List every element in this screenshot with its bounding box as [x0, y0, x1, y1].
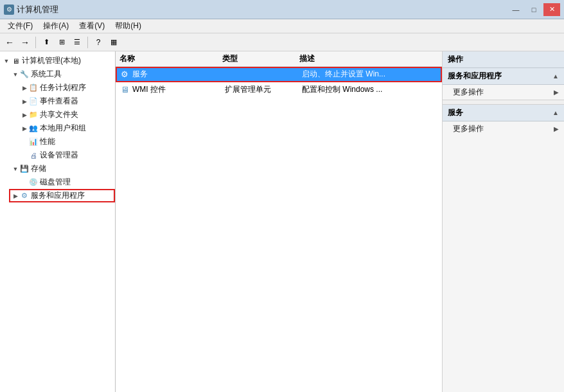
services-apps-icon: ⚙ [19, 191, 30, 201]
storage-icon: 💾 [19, 164, 30, 174]
tree-disk-management-label: 磁盘管理 [40, 177, 71, 188]
computer-icon: 🖥 [10, 56, 21, 66]
tree-shared-folders-label: 共享文件夹 [40, 109, 78, 120]
tree-local-users-label: 本地用户和组 [40, 123, 86, 134]
tree-performance[interactable]: 📊 性能 [18, 135, 115, 148]
local-users-icon: 👥 [28, 123, 39, 134]
row-wmi-name: WMI 控件 [132, 84, 225, 95]
performance-icon: 📊 [28, 137, 39, 147]
expand-event-viewer[interactable]: ▶ [21, 96, 28, 107]
section-services-label: 服务 [448, 107, 463, 118]
title-bar-left: ⚙ 计算机管理 [4, 4, 58, 15]
content-panel: 名称 类型 描述 ⚙ 服务 启动、终止并设置 Win... 🖥 WMI 控件 扩… [116, 51, 442, 392]
services-more-actions[interactable]: 更多操作 ▶ [443, 121, 564, 136]
device-manager-icon: 🖨 [28, 150, 39, 161]
window-title: 计算机管理 [17, 4, 58, 15]
tree-system-tools-label: 系统工具 [31, 69, 62, 80]
expand-shared-folders[interactable]: ▶ [21, 110, 28, 120]
tree-local-users[interactable]: ▶ 👥 本地用户和组 [18, 121, 115, 135]
tree-device-manager-label: 设备管理器 [40, 150, 78, 161]
toolbar: ← → ⬆ ⊞ ☰ ? ▦ [0, 33, 564, 51]
wmi-row-icon: 🖥 [119, 85, 130, 95]
minimize-button[interactable]: — [507, 3, 524, 16]
expand-disk-management[interactable] [21, 177, 28, 188]
services-row-icon: ⚙ [119, 69, 130, 80]
window-controls: — □ ✕ [507, 3, 560, 16]
list-button[interactable]: ☰ [70, 35, 84, 49]
tree-event-viewer-label: 事件查看器 [40, 96, 78, 107]
task-scheduler-icon: 📋 [28, 83, 39, 93]
grid-button[interactable]: ▦ [107, 35, 121, 49]
header-name: 名称 [119, 53, 222, 64]
forward-button[interactable]: → [18, 35, 32, 49]
section-services-arrow: ▲ [552, 109, 559, 116]
expand-services-apps[interactable]: ▶ [12, 191, 19, 201]
row-services[interactable]: ⚙ 服务 启动、终止并设置 Win... [116, 67, 442, 82]
up-button[interactable]: ⬆ [39, 35, 53, 49]
close-button[interactable]: ✕ [543, 3, 560, 16]
expand-task-scheduler[interactable]: ▶ [21, 83, 28, 93]
tree-system-tools[interactable]: ▼ 🔧 系统工具 [9, 67, 115, 81]
main-layout: ▼ 🖥 计算机管理(本地) ▼ 🔧 系统工具 ▶ 📋 任务计划程序 ▶ 📄 事件… [0, 51, 564, 392]
expand-storage[interactable]: ▼ [12, 164, 19, 174]
tree-device-manager[interactable]: 🖨 设备管理器 [18, 148, 115, 162]
disk-management-icon: 💿 [28, 177, 39, 188]
menu-action[interactable]: 操作(A) [38, 19, 74, 33]
menu-file[interactable]: 文件(F) [3, 19, 38, 33]
content-list: ⚙ 服务 启动、终止并设置 Win... 🖥 WMI 控件 扩展管理单元 配置和… [116, 67, 442, 392]
tree-task-scheduler-label: 任务计划程序 [40, 82, 86, 93]
header-desc: 描述 [299, 53, 438, 64]
section-services-apps-arrow: ▲ [552, 73, 559, 80]
event-viewer-icon: 📄 [28, 96, 39, 107]
back-button[interactable]: ← [3, 35, 17, 49]
content-header: 名称 类型 描述 [116, 51, 442, 67]
tree-services-apps-label: 服务和应用程序 [31, 190, 85, 201]
row-wmi-type: 扩展管理单元 [225, 84, 302, 95]
right-panel-header-label: 操作 [448, 54, 463, 65]
tree-event-viewer[interactable]: ▶ 📄 事件查看器 [18, 94, 115, 108]
tree-storage[interactable]: ▼ 💾 存储 [9, 162, 115, 175]
tree-root-label: 计算机管理(本地) [22, 55, 81, 66]
menu-bar: 文件(F) 操作(A) 查看(V) 帮助(H) [0, 19, 564, 33]
expand-performance[interactable] [21, 137, 28, 147]
title-bar: ⚙ 计算机管理 — □ ✕ [0, 0, 564, 19]
toolbar-separator-2 [87, 37, 88, 48]
row-wmi-desc: 配置和控制 Windows ... [302, 84, 438, 95]
right-divider [443, 100, 564, 105]
services-more-actions-label: 更多操作 [453, 123, 484, 134]
maximize-button[interactable]: □ [525, 3, 542, 16]
tree-root[interactable]: ▼ 🖥 计算机管理(本地) [0, 54, 115, 67]
row-wmi[interactable]: 🖥 WMI 控件 扩展管理单元 配置和控制 Windows ... [116, 82, 442, 98]
expand-local-users[interactable]: ▶ [21, 123, 28, 134]
tree-disk-management[interactable]: 💿 磁盘管理 [18, 175, 115, 189]
section-services-title[interactable]: 服务 ▲ [443, 105, 564, 121]
tree-task-scheduler[interactable]: ▶ 📋 任务计划程序 [18, 81, 115, 94]
tree-shared-folders[interactable]: ▶ 📁 共享文件夹 [18, 108, 115, 121]
services-apps-more-actions-label: 更多操作 [453, 87, 484, 98]
header-type: 类型 [222, 53, 299, 64]
section-services-apps-title[interactable]: 服务和应用程序 ▲ [443, 68, 564, 85]
expand-root[interactable]: ▼ [3, 56, 10, 66]
services-apps-more-arrow: ▶ [554, 89, 559, 96]
shared-folders-icon: 📁 [28, 110, 39, 120]
row-services-desc: 启动、终止并设置 Win... [302, 69, 438, 80]
right-panel: 操作 服务和应用程序 ▲ 更多操作 ▶ 服务 ▲ 更多操作 ▶ [442, 51, 564, 392]
tree-performance-label: 性能 [40, 136, 55, 147]
menu-view[interactable]: 查看(V) [74, 19, 110, 33]
right-panel-header: 操作 [443, 51, 564, 68]
view-button[interactable]: ⊞ [55, 35, 69, 49]
services-more-arrow: ▶ [554, 125, 559, 132]
expand-system-tools[interactable]: ▼ [12, 69, 19, 80]
toolbar-separator-1 [35, 37, 36, 48]
help-button[interactable]: ? [91, 35, 105, 49]
system-tools-icon: 🔧 [19, 69, 30, 80]
row-services-name: 服务 [132, 69, 225, 80]
services-apps-more-actions[interactable]: 更多操作 ▶ [443, 85, 564, 100]
tree-storage-label: 存储 [31, 163, 46, 174]
section-services-apps-label: 服务和应用程序 [448, 71, 502, 82]
left-panel-tree: ▼ 🖥 计算机管理(本地) ▼ 🔧 系统工具 ▶ 📋 任务计划程序 ▶ 📄 事件… [0, 51, 116, 392]
menu-help[interactable]: 帮助(H) [110, 19, 146, 33]
app-icon: ⚙ [4, 4, 14, 15]
tree-services-apps[interactable]: ▶ ⚙ 服务和应用程序 [9, 189, 115, 202]
expand-device-manager[interactable] [21, 150, 28, 161]
